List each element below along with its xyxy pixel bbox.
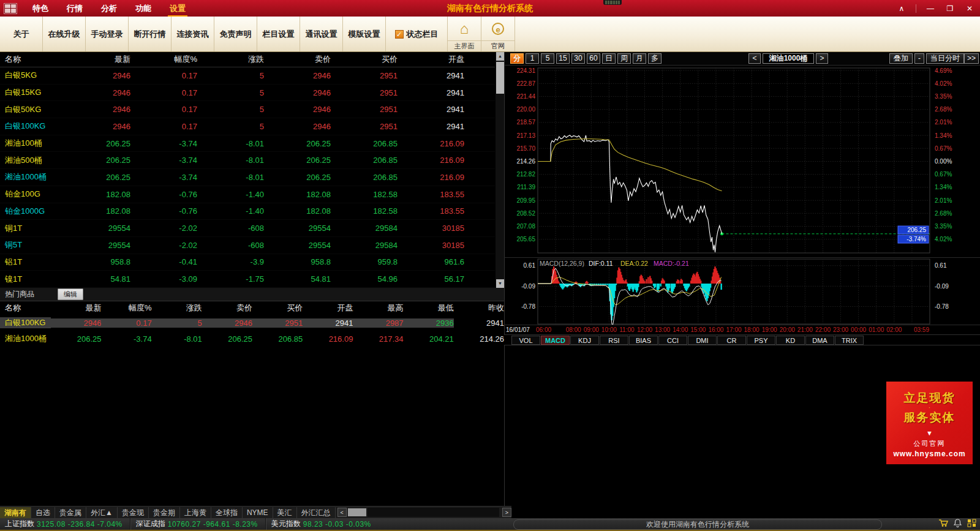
indicator-tab-RSI[interactable]: RSI (600, 336, 628, 345)
menu-item-3[interactable]: 分析 (92, 0, 126, 17)
period-button-5[interactable]: 5 (541, 53, 554, 64)
collapse-button[interactable]: ∧ (896, 4, 907, 13)
market-tab-2[interactable]: 自选 (31, 507, 55, 518)
checkbox-checked-icon[interactable]: ✓ (395, 30, 404, 39)
indicator-tab-TRIX[interactable]: TRIX (835, 336, 864, 345)
macd-chart[interactable]: 0.610.61-0.09-0.09-0.78-0.78MACD(12,26,9… (504, 257, 980, 325)
bell-icon[interactable] (954, 519, 962, 527)
maximize-button[interactable]: ❐ (944, 4, 956, 13)
menu-item-4[interactable]: 功能 (126, 0, 160, 17)
cell: 2987 (353, 318, 403, 328)
toolbar-button-6[interactable]: 免责声明 (214, 17, 257, 51)
market-tab-4[interactable]: 外汇▲ (86, 507, 118, 518)
market-tab-11[interactable]: 外汇汇总 (297, 507, 336, 518)
market-tab-5[interactable]: 贵金现 (118, 507, 149, 518)
status-bar-checkbox[interactable]: ✓ 状态栏目 (386, 17, 448, 51)
toolbar-button-7[interactable]: 栏目设置 (257, 17, 300, 51)
tabs-scrollbar-thumb[interactable] (348, 508, 366, 516)
scrollbar-thumb[interactable] (496, 62, 504, 94)
toolbar-button-3[interactable]: 手动登录 (86, 17, 129, 51)
menu-item-5[interactable]: 设置 (160, 0, 195, 17)
quote-row[interactable]: 铂金1000G182.08-0.76-1.40182.08182.58183.5… (0, 203, 495, 220)
cell: 216.09 (303, 334, 353, 344)
instrument-selector[interactable]: 湘油1000桶 (763, 53, 814, 64)
hot-row[interactable]: 白银100KG29460.175294629512941298729362941 (0, 315, 504, 331)
period-button-15[interactable]: 15 (556, 53, 570, 64)
market-tab-7[interactable]: 上海黄 (180, 507, 211, 518)
intraday-mode-button[interactable]: 当日分时 (926, 53, 964, 64)
period-button-月[interactable]: 月 (633, 53, 646, 64)
prev-instrument-button[interactable]: < (748, 53, 761, 64)
period-button-1[interactable]: 1 (526, 53, 539, 64)
toolbar-button-9[interactable]: 模版设置 (343, 17, 386, 51)
toolbar-button-5[interactable]: 连接资讯 (172, 17, 214, 51)
menu-item-1[interactable]: 特色 (23, 0, 58, 17)
quote-row[interactable]: 白银50KG29460.175294629512941 (0, 101, 495, 118)
next-instrument-button[interactable]: > (816, 53, 828, 64)
quote-row[interactable]: 白银15KG29460.175294629512941 (0, 85, 495, 102)
toolbar-button-4[interactable]: 断开行情 (129, 17, 172, 51)
hot-tab[interactable]: 热门商品 (0, 289, 39, 299)
toolbar-button-1[interactable]: 关于 (0, 17, 43, 51)
period-button-分[interactable]: 分 (510, 53, 524, 64)
quote-row[interactable]: 铝1T958.8-0.41-3.9958.8959.8961.6 (0, 254, 495, 271)
minimize-button[interactable]: — (925, 4, 936, 13)
edit-button[interactable]: 编辑 (58, 288, 83, 300)
cart-icon[interactable] (938, 519, 948, 527)
period-button-多[interactable]: 多 (648, 53, 662, 64)
menu-item-2[interactable]: 行情 (58, 0, 92, 17)
cell: 0.17 (130, 88, 197, 97)
indicator-tab-VOL[interactable]: VOL (511, 336, 540, 345)
quote-row[interactable]: 镍1T54.81-3.09-1.7554.8154.9656.17 (0, 271, 495, 288)
cell: -608 (197, 224, 264, 233)
indicator-tab-DMA[interactable]: DMA (805, 336, 834, 345)
tabs-scrollbar-track[interactable] (368, 508, 499, 517)
period-button-30[interactable]: 30 (571, 53, 585, 64)
indicator-tab-CCI[interactable]: CCI (658, 336, 687, 345)
market-tab-3[interactable]: 贵金属 (55, 507, 86, 518)
quote-row[interactable]: 铂金100G182.08-0.76-1.40182.08182.58183.55 (0, 186, 495, 203)
quote-row[interactable]: 白银5KG29460.175294629512941 (0, 67, 495, 85)
indicator-tab-DMI[interactable]: DMI (688, 336, 717, 345)
period-button-日[interactable]: 日 (602, 53, 616, 64)
zoom-out-button[interactable]: - (914, 53, 924, 64)
quote-row[interactable]: 铜1T29554-2.02-608295542958430185 (0, 220, 495, 237)
time-tick: 02:00 (883, 326, 905, 333)
toolbar-button-2[interactable]: 在线升级 (43, 17, 86, 51)
layout-grid-icon[interactable] (967, 519, 976, 527)
ad-banner[interactable]: 立足现货 · 服务实体 ▼ 公司官网 www.hnysme.com (886, 382, 973, 464)
cell: 0.17 (130, 71, 197, 80)
period-button-60[interactable]: 60 (587, 53, 600, 64)
official-site-button[interactable]: e 官网 (481, 17, 515, 51)
close-button[interactable]: ✕ (964, 4, 975, 13)
price-chart[interactable]: 224.314.69%222.874.02%221.443.35%220.002… (504, 66, 980, 257)
quote-row[interactable]: 铜5T29554-2.02-608295542958430185 (0, 237, 495, 254)
indicator-tab-CR[interactable]: CR (717, 336, 746, 345)
market-tab-1[interactable]: 湖南有 (0, 507, 31, 518)
indicator-tab-KDJ[interactable]: KDJ (570, 336, 599, 345)
tabs-scroll-right-icon[interactable]: > (502, 508, 511, 517)
market-tab-9[interactable]: NYME (243, 507, 273, 518)
quote-row[interactable]: 湘油1000桶206.25-3.74-8.01206.25206.85216.0… (0, 169, 495, 186)
toolbar-button-8[interactable]: 通讯设置 (300, 17, 343, 51)
indicator-tab-PSY[interactable]: PSY (747, 336, 775, 345)
indicator-tab-BIAS[interactable]: BIAS (629, 336, 658, 345)
hot-row[interactable]: 湘油1000桶206.25-3.74-8.01206.25206.85216.0… (0, 331, 504, 347)
scroll-down-icon[interactable]: ▼ (496, 279, 504, 288)
quote-row[interactable]: 湘油500桶206.25-3.74-8.01206.25206.85216.09 (0, 152, 495, 169)
market-tab-10[interactable]: 美汇 (273, 507, 297, 518)
vertical-scrollbar[interactable]: ▲ ▼ (495, 52, 504, 288)
overlay-button[interactable]: 叠加 (889, 53, 913, 64)
home-button[interactable]: ⌂ 主界面 (448, 17, 481, 51)
quote-row[interactable]: 白银100KG29460.175294629512941 (0, 118, 495, 135)
tabs-scroll-left-icon[interactable]: < (337, 508, 347, 517)
period-button-周[interactable]: 周 (617, 53, 631, 64)
indicator-tab-KD[interactable]: KD (776, 336, 805, 345)
market-tab-6[interactable]: 贵金期 (149, 507, 180, 518)
scroll-up-icon[interactable]: ▲ (496, 52, 504, 61)
indicator-tab-MACD[interactable]: MACD (541, 336, 570, 345)
market-tab-8[interactable]: 全球指 (211, 507, 243, 518)
expand-button[interactable]: >> (964, 53, 979, 64)
cell: 2946 (202, 318, 252, 328)
quote-row[interactable]: 湘油100桶206.25-3.74-8.01206.25206.85216.09 (0, 135, 495, 153)
